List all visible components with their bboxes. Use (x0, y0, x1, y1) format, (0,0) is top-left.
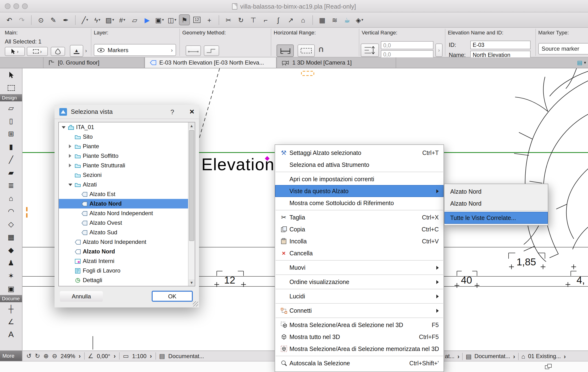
window-tool[interactable]: ⊞ (0, 127, 22, 140)
menu-item-muovi[interactable]: Muovi (275, 262, 443, 273)
tail-chevron[interactable]: › (457, 353, 460, 360)
scale-icon[interactable]: ▭ (123, 352, 129, 360)
skylight-tool[interactable]: ◇ (0, 217, 22, 230)
tree-item[interactable]: Alzato Sud (59, 227, 195, 237)
tree-item[interactable]: Piante (59, 142, 195, 151)
curtain-wall-tool[interactable]: ▦ (0, 230, 22, 243)
tree-item[interactable]: Alzato Nord (59, 247, 195, 256)
rotate-button[interactable]: ↻ (235, 14, 246, 25)
home-story-button[interactable]: ⌂ (298, 14, 309, 25)
fillet-button[interactable]: ∫ (273, 14, 284, 25)
layer-selector[interactable]: Markers › (94, 44, 176, 56)
vertical-bottom-field[interactable] (381, 50, 433, 58)
layer-combination-icon[interactable]: ▤ (159, 352, 165, 360)
lamp-tool[interactable]: ✶ (0, 269, 22, 282)
ok-button[interactable]: OK (152, 291, 193, 302)
slab-tool[interactable]: ▰ (0, 166, 22, 179)
quick-options-icon[interactable]: ▤ (577, 59, 582, 66)
tab-3d-model[interactable]: 1 3D Model [Camera 1] (276, 57, 396, 68)
column-tool[interactable]: ▮ (0, 140, 22, 153)
undo-button[interactable]: ↶ (4, 14, 15, 25)
tree-item[interactable]: Alzati Interni (59, 256, 195, 266)
clipped-item-tail[interactable]: at... (445, 353, 454, 360)
trim-button[interactable]: ⌐ (260, 14, 271, 25)
window-stack-icon[interactable] (545, 364, 552, 370)
submenu-item-tutte-le-viste[interactable]: Tutte le Viste Correlate... (444, 212, 548, 224)
collapse-icon[interactable] (67, 145, 73, 148)
menu-item-incolla[interactable]: IncollaCtrl+V (275, 235, 443, 247)
tree-item[interactable]: Alzato Nord Independent (59, 237, 195, 247)
help-button[interactable]: ? (170, 108, 174, 115)
door-tool[interactable]: ▯ (0, 114, 22, 127)
close-button[interactable]: × (189, 107, 194, 116)
marquee-tool[interactable] (0, 81, 22, 94)
level-dimension-tool[interactable]: ∠ (0, 315, 22, 328)
tree-item[interactable]: Piante Strutturali (59, 161, 195, 170)
previous-zoom-icon[interactable]: ↺ (26, 352, 32, 360)
pen-set-status-value[interactable]: Documentat... (474, 353, 510, 360)
menu-item-apri[interactable]: Apri con le impostazioni correnti (275, 173, 443, 185)
geometry-staggered-button[interactable] (204, 45, 219, 56)
favorites-button[interactable]: ◫▾ (167, 14, 178, 25)
editing-plane-button[interactable]: ▱ (129, 14, 140, 25)
submenu-item-alzato-nord-2[interactable]: Alzato Nord (444, 197, 548, 209)
menu-item-mostra-selezione-3d[interactable]: Mostra Selezione/Area di Selezione nel 3… (275, 319, 443, 331)
vertical-top-field[interactable] (381, 41, 433, 49)
submenu-item-alzato-nord-1[interactable]: Alzato Nord (444, 186, 548, 197)
marquee-tool-combo[interactable]: › (27, 47, 48, 56)
menu-item-copia[interactable]: CopiaCtrl+C (275, 223, 443, 235)
orientation-value[interactable]: 0,00° (97, 353, 110, 359)
elevation-id-field[interactable] (470, 41, 531, 49)
orientation-chevron[interactable]: › (114, 352, 116, 360)
stair-tool[interactable]: ≣ (0, 179, 22, 192)
marquee-frame-button[interactable]: ▣▾ (154, 14, 165, 25)
zone-tool[interactable]: ▣ (0, 282, 22, 295)
tree-scrollbar[interactable]: ▲ ▼ (188, 122, 195, 286)
renovation-filter-icon[interactable]: ⌂ (521, 353, 525, 360)
renovation-chevron[interactable]: › (564, 353, 566, 360)
grid-snap-button[interactable]: #▾ (117, 14, 128, 25)
menu-item-deseleziona[interactable]: Deseleziona tutto (275, 369, 443, 372)
resize-grip[interactable] (193, 301, 198, 307)
geometry-straight-button[interactable] (186, 45, 201, 56)
elevation-tool-button[interactable]: ⚑ (179, 14, 190, 25)
virtual-trace-button[interactable]: 12 (191, 14, 202, 25)
dimension-options-button[interactable]: + (204, 14, 215, 25)
expand-icon[interactable] (67, 183, 73, 186)
menu-item-viste-da-questo-alzato[interactable]: Viste da questo Alzato (275, 185, 443, 197)
toolbox-section-more[interactable]: More (0, 351, 22, 361)
orientation-icon[interactable]: ∠ (88, 352, 93, 360)
selected-elements-button[interactable]: ▲ (70, 45, 83, 57)
zoom-traffic-light[interactable] (22, 3, 28, 9)
tab-north-elevation[interactable]: E-03 North Elevation [E-03 North Eleva..… (145, 57, 276, 68)
marker-type-selector[interactable]: Source marker (538, 43, 588, 54)
minimize-traffic-light[interactable] (13, 3, 19, 9)
suspend-groups-button[interactable] (51, 47, 65, 56)
tree-item[interactable]: Alzati (59, 180, 195, 189)
menu-item-cancella[interactable]: ×Cancella (275, 247, 443, 259)
select-tool[interactable] (0, 68, 22, 81)
toolbox-section-design[interactable]: Design (0, 94, 22, 101)
menu-item-seleziona-strumento[interactable]: Seleziona ed attiva Strumento (275, 159, 443, 171)
tree-item[interactable]: ITA_01 (59, 122, 195, 132)
dimension-tool[interactable]: ┼ (0, 302, 22, 315)
toolbox-section-document[interactable]: Docume (0, 295, 22, 302)
redo-button[interactable]: ↷ (16, 14, 27, 25)
beam-tool[interactable]: ╱ (0, 153, 22, 166)
tree-item[interactable]: Alzato Nord Independent (59, 208, 195, 218)
tree-item[interactable]: Alzato Ovest (59, 218, 195, 227)
vertical-range-button[interactable] (361, 43, 379, 57)
horizontal-infinite-button[interactable] (276, 44, 294, 57)
collapse-chevron[interactable]: › (85, 48, 87, 53)
pen-set-button[interactable]: ╱▾ (79, 14, 90, 25)
layer-combination-value[interactable]: Documentat... (168, 353, 204, 359)
split-button[interactable]: ✂ (223, 14, 234, 25)
menu-item-mostra-memorizzata-3d[interactable]: Mostra Selezione/Area di Selezione memor… (275, 343, 443, 355)
pen-set-chevron[interactable]: › (513, 353, 515, 360)
layout-book-button[interactable]: ▦ (317, 14, 328, 25)
menu-item-autoscala[interactable]: Autoscala la SelezioneCtrl+Shift+' (275, 357, 443, 369)
horizontal-limited-button[interactable] (298, 44, 315, 57)
zoom-chevron[interactable]: › (79, 352, 81, 360)
scale-chevron[interactable]: › (150, 352, 152, 360)
text-tool[interactable]: A (0, 328, 22, 341)
